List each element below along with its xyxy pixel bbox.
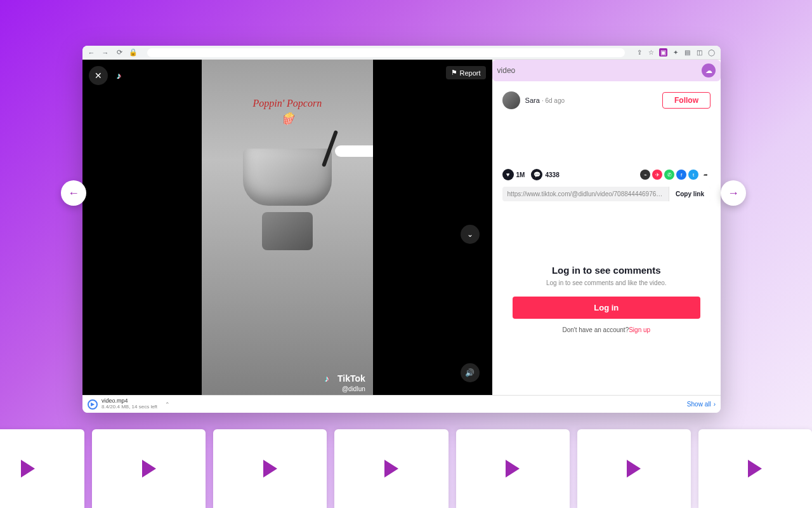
watermark-handle: @didlun: [342, 385, 365, 392]
report-button[interactable]: ⚑ Report: [446, 66, 486, 79]
play-icon: [748, 460, 762, 478]
tiktok-watermark: TikTok: [325, 373, 365, 384]
panel-icon[interactable]: ◫: [695, 48, 704, 57]
share-icons: ⌁ ✈ ✆ f t ➦: [640, 170, 710, 180]
copy-link-row: https://www.tiktok.com/@didlun/video/708…: [502, 187, 710, 201]
extension-icon[interactable]: ▣: [659, 48, 667, 57]
profile-icon[interactable]: ◯: [707, 48, 716, 57]
signup-prompt: Don't have an account?: [562, 326, 629, 333]
login-block: Log in to see comments Log in to see com…: [502, 265, 710, 333]
chevron-right-icon: ›: [714, 401, 716, 408]
nav-forward-icon[interactable]: →: [102, 49, 109, 57]
thumbnail[interactable]: [0, 429, 84, 508]
whatsapp-icon[interactable]: ✆: [664, 170, 674, 180]
thumbnail[interactable]: [334, 429, 448, 508]
comment-stat[interactable]: 💬 4338: [531, 169, 559, 180]
login-heading: Log in to see comments: [502, 265, 710, 276]
video-url[interactable]: https://www.tiktok.com/@didlun/video/708…: [502, 187, 669, 201]
address-bar[interactable]: [147, 48, 625, 57]
stats-row: ♥ 1M 💬 4338 ⌁ ✈ ✆ f t ➦: [502, 169, 710, 180]
popcorn-machine-graphic: [230, 149, 344, 339]
puzzle-icon[interactable]: ✦: [671, 48, 679, 57]
video-player[interactable]: Poppin' Popcorn 🍿 TikTok @didlun: [202, 60, 373, 395]
carousel-next-button[interactable]: →: [721, 180, 746, 206]
download-progress: 8.4/20.4 MB, 14 secs left: [102, 404, 157, 410]
login-button[interactable]: Log in: [513, 297, 700, 319]
page-content: ✕ ⚑ Report Poppin' Popcorn 🍿: [82, 60, 721, 395]
video-panel: ✕ ⚑ Report Poppin' Popcorn 🍿: [82, 60, 492, 395]
thumbnail[interactable]: [456, 429, 570, 508]
download-item[interactable]: ▶ video.mp4 8.4/20.4 MB, 14 secs left ⌃: [88, 398, 170, 410]
signup-link[interactable]: Sign up: [629, 326, 650, 333]
thumbnail[interactable]: [213, 429, 327, 508]
download-cloud-icon[interactable]: ☁: [702, 64, 716, 77]
volume-icon[interactable]: 🔊: [461, 363, 480, 382]
post-time: · 6d ago: [542, 97, 565, 104]
note-icon: [325, 373, 335, 384]
play-icon: [142, 460, 156, 478]
avatar[interactable]: [502, 91, 520, 109]
carousel-prev-button[interactable]: ←: [61, 180, 86, 206]
login-subtext: Log in to see comments and like the vide…: [502, 279, 710, 286]
cast-icon[interactable]: ▤: [683, 48, 691, 57]
follow-button[interactable]: Follow: [662, 92, 710, 109]
twitter-icon[interactable]: t: [688, 170, 698, 180]
play-icon: [506, 460, 520, 478]
popcorn-emoji-icon: 🍿: [252, 112, 322, 126]
thumbnail[interactable]: [698, 429, 812, 508]
video-overlay-title: Poppin' Popcorn 🍿: [252, 98, 322, 126]
share-more-icon[interactable]: ➦: [700, 170, 710, 180]
show-all-downloads[interactable]: Show all ›: [687, 401, 716, 408]
chevron-up-icon[interactable]: ⌃: [165, 401, 170, 408]
facebook-icon[interactable]: f: [676, 170, 686, 180]
play-icon: [21, 460, 35, 478]
play-icon: [384, 460, 398, 478]
send-icon[interactable]: ✈: [652, 170, 662, 180]
copy-link-button[interactable]: Copy link: [669, 187, 710, 201]
embed-icon[interactable]: ⌁: [640, 170, 650, 180]
lock-icon: 🔒: [129, 49, 137, 57]
thumbnail[interactable]: [92, 429, 206, 508]
report-label: Report: [460, 69, 481, 77]
download-file-icon: ▶: [88, 399, 98, 410]
star-icon[interactable]: ☆: [647, 48, 655, 57]
browser-window: ← → ⟳ 🔒 ⇪ ☆ ▣ ✦ ▤ ◫ ◯ ✕ ⚑ Report: [82, 46, 721, 413]
download-bar: ▶ video.mp4 8.4/20.4 MB, 14 secs left ⌃ …: [82, 395, 721, 413]
close-icon[interactable]: ✕: [89, 66, 108, 85]
play-icon: [263, 460, 277, 478]
nav-back-icon[interactable]: ←: [88, 49, 95, 57]
tiktok-logo-icon[interactable]: [113, 66, 131, 84]
play-icon: [627, 460, 641, 478]
heart-icon: ♥: [502, 169, 514, 180]
progress-pill: [335, 145, 373, 157]
user-name[interactable]: Sara: [525, 97, 540, 104]
extension-popup: video ☁: [492, 60, 721, 81]
thumbnail-row: [0, 429, 812, 508]
details-sidebar: video ☁ Sara · 6d ago Follow ♥ 1M: [492, 60, 721, 395]
like-stat[interactable]: ♥ 1M: [502, 169, 525, 180]
signup-row: Don't have an account?Sign up: [502, 326, 710, 333]
extension-popup-label: video: [497, 66, 516, 75]
browser-toolbar: ← → ⟳ 🔒 ⇪ ☆ ▣ ✦ ▤ ◫ ◯: [82, 46, 721, 60]
chevron-down-icon[interactable]: ⌄: [461, 225, 480, 244]
share-icon[interactable]: ⇪: [635, 48, 643, 57]
thumbnail[interactable]: [577, 429, 691, 508]
nav-reload-icon[interactable]: ⟳: [115, 49, 123, 57]
flag-icon: ⚑: [451, 69, 457, 77]
comment-icon: 💬: [531, 169, 542, 180]
user-row: Sara · 6d ago Follow: [502, 91, 710, 109]
